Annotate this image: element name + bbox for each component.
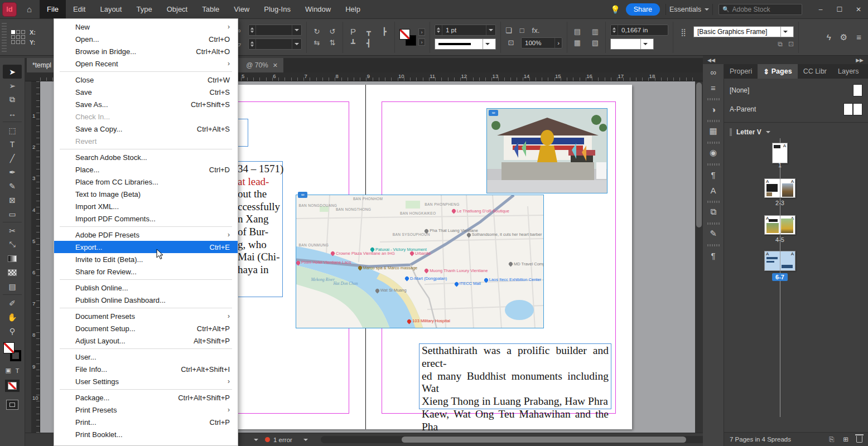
formatting-text-icon[interactable]: T	[16, 367, 20, 374]
line-tool[interactable]: ╱	[3, 151, 22, 165]
fill-stroke-swatches[interactable]	[3, 342, 21, 361]
menu-item-document-presets[interactable]: Document Presets›	[54, 310, 238, 322]
vertical-scrollbar[interactable]	[695, 58, 703, 433]
note-tool[interactable]: ▤	[3, 279, 22, 293]
zoom-tool[interactable]: ⚲	[3, 324, 22, 338]
content-collector-tool[interactable]: ⬚	[3, 123, 22, 137]
menu-item-place-from-cc-libraries[interactable]: Place from CC Libraries...	[54, 176, 238, 188]
type-tool[interactable]: T	[3, 137, 22, 151]
new-page-icon[interactable]: ⊞	[843, 435, 848, 443]
wrap-object-shape-icon[interactable]: ▦	[572, 38, 583, 47]
temple-photo-frame[interactable]	[486, 108, 607, 193]
flip-vertical-icon[interactable]: ⇅	[327, 38, 338, 47]
object-style-dropdown[interactable]: [Basic Graphics Frame]	[693, 26, 794, 37]
fill-none-swatch-icon[interactable]	[3, 342, 15, 353]
menu-view[interactable]: View	[226, 0, 257, 18]
links-panel-icon[interactable]: ∞	[705, 64, 722, 80]
object-styles-panel-icon[interactable]: ⧉	[705, 204, 722, 220]
menu-item-publish-online-dashboard[interactable]: Publish Online Dashboard...	[54, 294, 238, 306]
menu-item-place[interactable]: Place...Ctrl+D	[54, 163, 238, 176]
gap-tool[interactable]: ↔	[3, 106, 22, 120]
menu-item-document-setup[interactable]: Document Setup...Ctrl+Alt+P	[54, 322, 238, 334]
stroke-panel-icon[interactable]: ≡	[705, 80, 722, 95]
horizontal-scrollbar[interactable]	[321, 436, 721, 443]
menu-item-open-recent[interactable]: Open Recent›	[54, 57, 238, 70]
collapse-dock-left-icon[interactable]: ◀◀	[707, 57, 715, 63]
menu-item-user-settings[interactable]: User Settings›	[54, 375, 238, 387]
stroke-none-swatch-icon[interactable]	[399, 29, 410, 40]
menu-file[interactable]: File	[40, 0, 66, 18]
home-icon[interactable]: ⌂	[27, 4, 32, 14]
map-image-frame[interactable]: BAN NONGDOUANGBAN NONGTHONGBAN PHONHOMBA…	[296, 195, 544, 328]
indesign-logo-icon[interactable]: Id	[2, 2, 17, 17]
close-document-icon[interactable]: ✕	[273, 62, 278, 69]
menu-item-save[interactable]: SaveCtrl+S	[54, 86, 238, 98]
menu-item-user[interactable]: User...	[54, 351, 238, 363]
map-link-badge-icon[interactable]: ∞	[298, 192, 307, 198]
stroke-type-dropdown[interactable]	[435, 38, 496, 50]
vertical-scrollbar-thumb[interactable]	[696, 83, 702, 227]
menu-item-save-as[interactable]: Save As...Ctrl+Shift+S	[54, 98, 238, 110]
wrap-options-dropdown[interactable]	[610, 38, 654, 50]
shear-angle-field[interactable]	[248, 38, 302, 50]
share-button[interactable]: Share	[626, 3, 660, 16]
preflight-status[interactable]: 1 error	[265, 437, 308, 443]
menu-item-invite-to-edit-beta[interactable]: Invite to Edit (Beta)...	[54, 253, 238, 265]
paragraph-styles-panel-icon[interactable]: ¶	[705, 167, 722, 182]
free-transform-tool[interactable]: ⤡	[3, 237, 22, 251]
pen-tool[interactable]: ✒	[3, 165, 22, 179]
menu-item-browse-in-bridge[interactable]: Browse in Bridge...Ctrl+Alt+O	[54, 45, 238, 57]
pencil-tool[interactable]: ✎	[3, 179, 22, 193]
rotate-cw-icon[interactable]: ↻	[311, 27, 322, 36]
panel-menu-icon[interactable]: ≡	[865, 64, 868, 79]
stroke-flyout-button[interactable]: ›	[418, 28, 425, 36]
menu-object[interactable]: Object	[160, 0, 195, 18]
wrap-offset-field[interactable]: 0,1667 in	[610, 25, 668, 36]
gear-icon[interactable]: ⚙	[840, 32, 847, 42]
vertical-ruler[interactable]: 12345678910	[31, 81, 40, 433]
menu-edit[interactable]: Edit	[66, 0, 93, 18]
reference-point-proxy[interactable]	[11, 30, 25, 44]
page-thumbnail-4-5[interactable]: AA	[764, 215, 795, 235]
character-styles-panel-icon[interactable]: A	[705, 182, 722, 198]
tab-pages[interactable]: ⇕Pages	[758, 64, 797, 79]
apply-none-button[interactable]	[5, 380, 20, 392]
temple-link-badge-icon[interactable]: ∞	[489, 110, 498, 116]
hand-tool[interactable]: ✋	[3, 310, 22, 324]
cc-libraries-panel-icon[interactable]: ✎	[705, 226, 722, 241]
quick-apply-icon[interactable]: ϟ	[827, 32, 831, 42]
frame-tool[interactable]: ⊠	[3, 193, 22, 207]
menu-item-print[interactable]: Print...Ctrl+P	[54, 416, 238, 428]
page-nav-chevron-icon[interactable]	[254, 439, 258, 441]
menu-item-share-for-review[interactable]: Share for Review...	[54, 265, 238, 278]
page-tool[interactable]: ⧉	[3, 93, 22, 106]
menu-item-text-to-image-beta[interactable]: Text to Image (Beta)	[54, 188, 238, 200]
adobe-stock-search-input[interactable]: 🔍Adobe Stock	[718, 4, 802, 15]
page-label-6-7[interactable]: 6-7	[772, 273, 788, 281]
menu-item-open[interactable]: Open...Ctrl+O	[54, 33, 238, 45]
rectangle-tool[interactable]: ▭	[3, 207, 22, 221]
menu-item-save-a-copy[interactable]: Save a Copy...Ctrl+Alt+S	[54, 123, 238, 135]
rotation-angle-field[interactable]	[248, 25, 302, 36]
screen-mode-button[interactable]	[6, 400, 18, 410]
menu-item-search-adobe-stock[interactable]: Search Adobe Stock...	[54, 151, 238, 163]
page-size-dropdown[interactable]: Letter V	[724, 126, 868, 138]
workspace-switcher[interactable]: Essentials	[666, 4, 713, 15]
page-label-1[interactable]: 1	[778, 162, 782, 168]
body-text-frame[interactable]: Setthathirath was a prolific builder and…	[419, 343, 611, 409]
menu-item-print-presets[interactable]: Print Presets›	[54, 404, 238, 416]
tab-cc-libr[interactable]: CC Libr	[798, 64, 832, 79]
menu-type[interactable]: Type	[129, 0, 159, 18]
clear-overrides-icon[interactable]: ⊡	[788, 40, 794, 48]
opacity-field[interactable]: 100%›	[521, 37, 562, 49]
menu-item-print-booklet[interactable]: Print Booklet...	[54, 428, 238, 440]
page-label-4-5[interactable]: 4-5	[775, 236, 784, 243]
page-thumbnail-6-7[interactable]: AA	[764, 251, 795, 271]
gradient-feather-tool[interactable]	[3, 265, 22, 279]
rotate-ccw-icon[interactable]: ↺	[327, 27, 338, 36]
menu-item-new[interactable]: New›	[54, 21, 238, 33]
corner-options-icon[interactable]: ❏	[505, 26, 512, 35]
effects-icon[interactable]: fx.	[532, 26, 540, 35]
delete-page-icon[interactable]	[856, 436, 862, 443]
learn-icon[interactable]: 💡	[610, 5, 620, 14]
